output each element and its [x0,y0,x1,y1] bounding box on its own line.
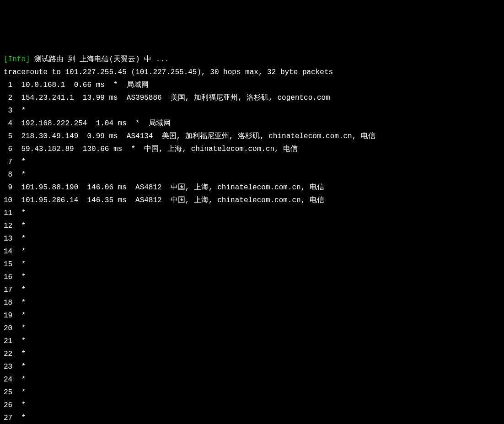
hop-details: * [12,324,26,333]
hop-details: * [12,171,26,179]
info-tag: [Info] [4,55,30,64]
hop-details: * [12,388,26,397]
hop-details: * [12,209,26,217]
hop-details: * [12,273,26,281]
traceroute-hop: 25 * [4,386,500,399]
hop-details: * [12,260,26,268]
hop-details: * [12,401,26,409]
traceroute-hop: 20 * [4,322,500,335]
hop-details: 59.43.182.89 130.66 ms * 中国, 上海, chinate… [12,145,298,153]
traceroute-hop: 1 10.0.168.1 0.66 ms * 局域网 [4,79,500,91]
traceroute-header: traceroute to 101.227.255.45 (101.227.25… [4,66,500,79]
traceroute-hops: 1 10.0.168.1 0.66 ms * 局域网2 154.23.241.1… [4,79,500,424]
traceroute-hop: 22 * [4,348,500,360]
hop-number: 4 [4,117,12,130]
hop-details: 192.168.222.254 1.04 ms * 局域网 [12,119,171,128]
traceroute-hop: 13 * [4,232,500,245]
hop-number: 20 [4,322,12,335]
hop-number: 17 [4,284,12,296]
hop-number: 23 [4,360,12,373]
hop-details: 10.0.168.1 0.66 ms * 局域网 [12,81,149,89]
info-start-text: 测试路由 到 上海电信(天翼云) 中 ... [30,55,169,64]
traceroute-hop: 17 * [4,284,500,296]
hop-number: 5 [4,130,12,143]
traceroute-hop: 19 * [4,309,500,322]
hop-details: * [12,376,26,384]
hop-details: * [12,107,26,115]
hop-details: 101.95.88.190 146.06 ms AS4812 中国, 上海, c… [12,183,324,192]
hop-number: 11 [4,207,12,220]
hop-number: 24 [4,373,12,386]
hop-number: 7 [4,156,12,168]
hop-number: 15 [4,258,12,271]
traceroute-hop: 2 154.23.241.1 13.99 ms AS395886 美国, 加利福… [4,91,500,104]
hop-details: * [12,286,26,294]
traceroute-hop: 10 101.95.206.14 146.35 ms AS4812 中国, 上海… [4,194,500,207]
hop-details: * [12,235,26,243]
hop-number: 26 [4,399,12,412]
hop-number: 8 [4,168,12,181]
traceroute-hop: 18 * [4,296,500,309]
traceroute-hop: 5 218.30.49.149 0.99 ms AS4134 美国, 加利福尼亚… [4,130,500,143]
hop-details: * [12,158,26,166]
hop-number: 18 [4,296,12,309]
hop-number: 25 [4,386,12,399]
traceroute-hop: 21 * [4,335,500,348]
hop-details: * [12,247,26,256]
traceroute-hop: 23 * [4,360,500,373]
traceroute-hop: 27 * [4,412,500,424]
hop-number: 13 [4,232,12,245]
traceroute-hop: 4 192.168.222.254 1.04 ms * 局域网 [4,117,500,130]
hop-number: 1 [4,79,12,91]
hop-number: 19 [4,309,12,322]
hop-number: 6 [4,143,12,156]
traceroute-hop: 11 * [4,207,500,220]
hop-number: 21 [4,335,12,348]
hop-details: * [12,414,26,422]
hop-number: 14 [4,245,12,258]
hop-details: * [12,350,26,358]
traceroute-hop: 16 * [4,271,500,284]
hop-number: 27 [4,412,12,424]
traceroute-hop: 24 * [4,373,500,386]
hop-details: * [12,337,26,345]
traceroute-hop: 8 * [4,168,500,181]
traceroute-hop: 26 * [4,399,500,412]
hop-details: * [12,311,26,320]
hop-number: 9 [4,181,12,194]
traceroute-hop: 3 * [4,104,500,117]
hop-number: 2 [4,91,12,104]
info-line-start: [Info] 测试路由 到 上海电信(天翼云) 中 ... [4,53,500,66]
traceroute-hop: 14 * [4,245,500,258]
hop-details: * [12,299,26,307]
traceroute-hop: 12 * [4,220,500,232]
traceroute-hop: 7 * [4,156,500,168]
traceroute-hop: 9 101.95.88.190 146.06 ms AS4812 中国, 上海,… [4,181,500,194]
hop-details: * [12,363,26,371]
hop-details: 154.23.241.1 13.99 ms AS395886 美国, 加利福尼亚… [12,94,330,102]
hop-number: 22 [4,348,12,360]
hop-number: 3 [4,104,12,117]
traceroute-hop: 15 * [4,258,500,271]
hop-number: 12 [4,220,12,232]
hop-number: 10 [4,194,12,207]
traceroute-hop: 6 59.43.182.89 130.66 ms * 中国, 上海, china… [4,143,500,156]
hop-details: 218.30.49.149 0.99 ms AS4134 美国, 加利福尼亚州,… [12,132,375,140]
hop-number: 16 [4,271,12,284]
hop-details: 101.95.206.14 146.35 ms AS4812 中国, 上海, c… [12,196,324,204]
hop-details: * [12,222,26,230]
